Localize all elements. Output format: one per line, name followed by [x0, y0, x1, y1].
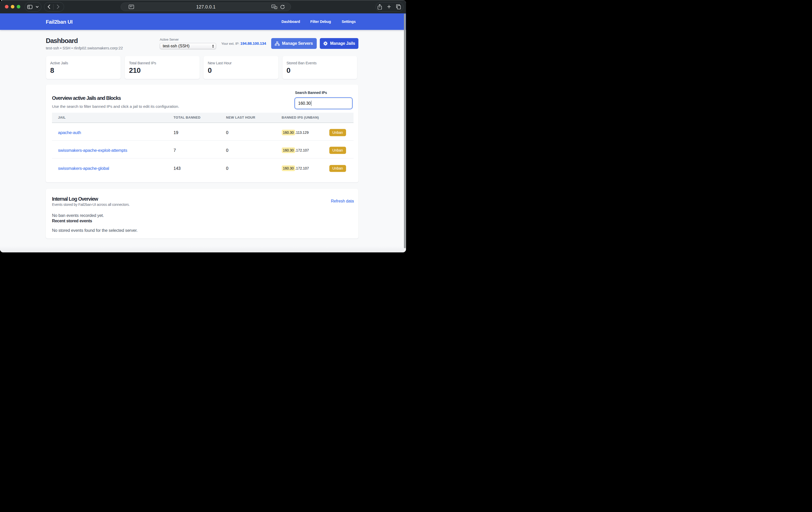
- svg-text:文: 文: [275, 6, 277, 8]
- svg-text:A: A: [272, 5, 274, 8]
